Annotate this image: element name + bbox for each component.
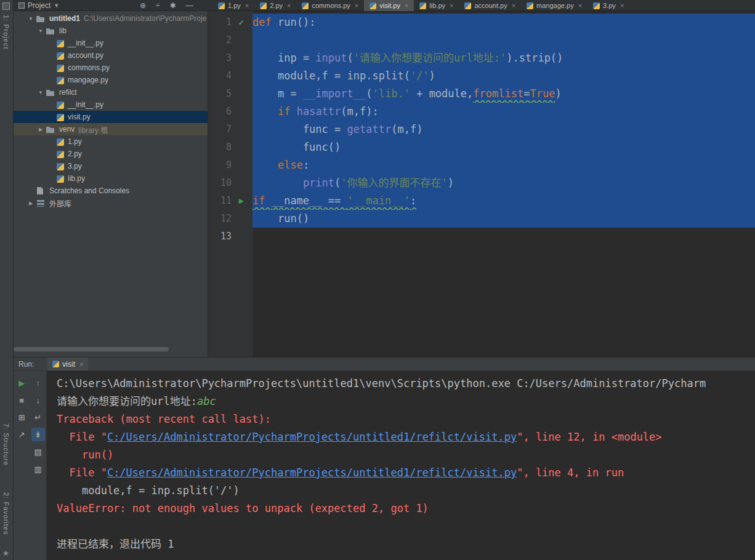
editor-tab-visit-py[interactable]: visit.py× [364,0,414,11]
stacktrace-link[interactable]: C:/Users/Administrator/PycharmProjects/u… [107,466,517,479]
tool-window-icon[interactable] [2,2,10,10]
close-tab-icon[interactable]: × [245,2,249,9]
editor-tab-account-py[interactable]: account.py× [459,0,521,11]
tree-expand-arrow-icon[interactable]: ▶ [26,201,36,206]
code-line-3[interactable]: 3 inp = input('请输入你想要访问的url地址:').strip() [208,49,755,67]
code-token: ( [334,177,341,189]
code-line-1[interactable]: 1✓def run(): [208,14,755,31]
locate-file-icon[interactable]: ⊕ [140,1,146,10]
code-line-11[interactable]: 11▶if __name__ == '__main__': [208,192,755,210]
close-tab-icon[interactable]: × [620,2,624,9]
tree-expand-arrow-icon[interactable]: ▶ [36,127,46,132]
gutter-badge-spacer [232,138,251,156]
line-number: 8 [208,138,232,156]
code-line-6[interactable]: 6 if hasattr(m,f): [208,103,755,121]
code-line-9[interactable]: 9 else: [208,156,755,174]
editor-tab-3-py[interactable]: 3.py× [587,0,629,11]
gutter-cell: 3 [208,49,252,67]
tree-item-lib-init-py[interactable]: __init__.py [14,37,208,49]
scroll-to-end-button[interactable]: ⇟ [31,428,45,441]
tree-item-mangage-py[interactable]: mangage.py [14,74,208,86]
code-token: ) [448,177,454,189]
code-line-12[interactable]: 12 run() [208,210,755,228]
code-line-13[interactable]: 13 [208,228,755,246]
code-line-8[interactable]: 8 func() [208,138,755,156]
code-line-10[interactable]: 10 print('你输入的界面不存在') [208,174,755,192]
code-editor[interactable]: 1✓def run():23 inp = input('请输入你想要访问的url… [208,11,755,357]
code-line-7[interactable]: 7 func = getattr(m,f) [208,121,755,138]
close-tab-icon[interactable]: × [405,2,408,9]
gutter-cell: 12 [208,210,252,228]
tree-item-label: 2.py [68,150,82,158]
close-tab-icon[interactable]: × [287,2,291,9]
pin-tab-button[interactable]: ↗ [15,428,28,441]
code-line-2[interactable]: 2 [208,31,755,49]
tree-expand-arrow-icon[interactable]: ▼ [36,90,46,95]
tree-item-external-libraries[interactable]: ▶外部库 [14,197,208,209]
gutter-cell: 6 [208,103,252,121]
stop-button[interactable]: ■ [15,393,28,407]
close-tab-icon[interactable]: × [79,361,83,368]
gutter-badge-spacer [232,156,251,174]
tree-item-untitled1[interactable]: ▼untitled1C:\Users\Administrator\Pycharm… [14,12,208,25]
console-text: 请输入你想要访问的url地址: [57,395,197,407]
tree-expand-arrow-icon[interactable]: ▼ [36,28,46,34]
tree-item-refilct-folder[interactable]: ▼refilct [14,86,208,98]
tree-item-account-py[interactable]: account.py [14,49,208,62]
code-text: if __name__ == '__main__': [252,192,755,210]
tree-item-3-py[interactable]: 3.py [14,160,208,172]
run-line-icon[interactable]: ▶ [232,192,251,210]
close-tab-icon[interactable]: × [355,2,358,9]
close-tab-icon[interactable]: × [512,2,515,9]
rerun-button[interactable]: ▶ [15,376,28,390]
tree-expand-arrow-icon[interactable]: ▼ [26,16,36,22]
tab-label: account.py [474,2,507,9]
editor-tab-commons-py[interactable]: commons.py× [296,0,364,11]
close-tab-icon[interactable]: × [578,2,582,9]
tree-horizontal-scrollbar[interactable] [14,347,169,351]
collapse-all-icon[interactable]: ÷ [156,1,160,10]
project-tree: ▼untitled1C:\Users\Administrator\Pycharm… [14,11,208,209]
favorites-star-icon[interactable]: ★ [2,549,9,558]
tree-item-scratches[interactable]: Scratches and Consoles [14,185,208,197]
soft-wrap-button[interactable]: ↵ [31,410,45,424]
editor-tab-2-py[interactable]: 2.py× [254,0,296,11]
tree-item-commons-py[interactable]: commons.py [14,62,208,74]
code-token: (m,f): [341,105,378,118]
editor-tab-1-py[interactable]: 1.py× [212,0,254,11]
print-button[interactable]: ▤ [31,445,45,458]
code-token: run() [252,212,309,225]
project-icon [18,2,25,9]
project-tool-window-header[interactable]: Project ▼ [18,0,59,11]
folder-icon [46,26,55,36]
settings-gear-icon[interactable]: ✱ [170,1,176,10]
stripe-button-project[interactable]: 1: Project [2,15,10,49]
tree-item-lib-py[interactable]: lib.py [14,172,208,185]
restore-layout-button[interactable]: ⊞ [15,410,28,424]
tree-item-venv[interactable]: ▶venvlibrary 根 [14,123,208,135]
code-token: else [278,159,303,171]
gutter-cell: 8 [208,138,252,156]
code-line-5[interactable]: 5 m = __import__('lib.' + module,fromlis… [208,85,755,103]
editor-tab-lib-py[interactable]: lib.py× [414,0,459,11]
close-tab-icon[interactable]: × [450,2,453,9]
stripe-button-favorites[interactable]: 2: Favorites [2,492,10,535]
code-token: + module, [410,87,473,100]
stripe-button-structure[interactable]: 7: Structure [2,423,10,466]
run-tab-visit[interactable]: visit × [47,358,88,370]
clear-all-button[interactable]: ▥ [31,462,45,476]
tree-item-lib-folder[interactable]: ▼lib [14,25,208,37]
tree-item-1-py[interactable]: 1.py [14,135,208,148]
editor-tab-mangage-py[interactable]: mangage.py× [521,0,587,11]
tree-item-refilct-init-py[interactable]: __init__.py [14,98,208,111]
up-stack-trace-button[interactable]: ↑ [31,376,45,390]
code-line-4[interactable]: 4 module,f = inp.split('/') [208,67,755,85]
run-console[interactable]: C:\Users\Administrator\PycharmProjects\u… [47,371,755,560]
hide-panel-icon[interactable]: — [186,1,193,10]
tree-item-2-py[interactable]: 2.py [14,148,208,160]
stacktrace-link[interactable]: C:/Users/Administrator/PycharmProjects/u… [107,431,517,443]
down-stack-trace-button[interactable]: ↓ [31,393,45,407]
code-token: True [530,87,555,100]
python-file-icon [527,2,533,9]
tree-item-visit-py[interactable]: visit.py [14,111,208,123]
